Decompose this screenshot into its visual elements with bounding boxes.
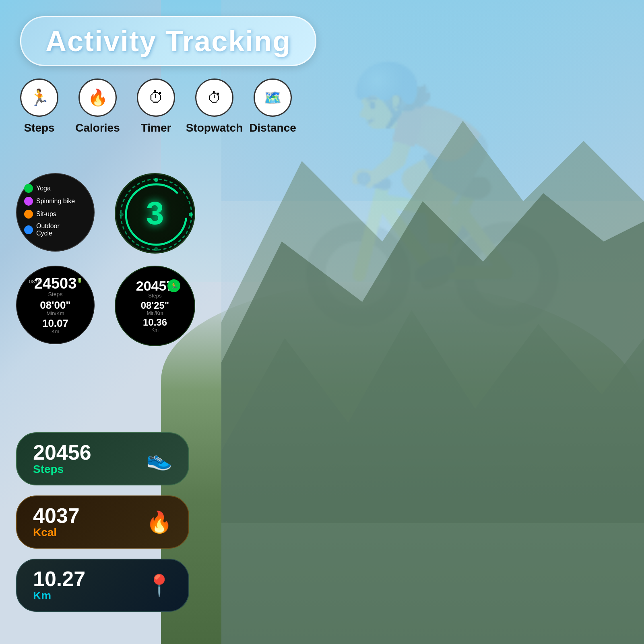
activity-cycle: OutdoorCycle [24,223,87,237]
stats-section: 20456 Steps 👟 4037 Kcal 🔥 10.27 Km 📍 [16,432,189,612]
yoga-dot [24,184,33,193]
cycle-dot [24,225,33,234]
watch2-pace: 08'25" [136,301,174,310]
steps-watch-1: 08:02 🔋 24503 Steps 08'00" Min/Km 10.07 … [16,266,95,344]
distance-stat-text: 10.27 Km [33,568,85,602]
watch-row-2: 08:02 🔋 24503 Steps 08'00" Min/Km 10.07 … [16,266,195,346]
steps-label: Steps [24,122,54,134]
steps-stat-icon: 👟 [146,447,172,471]
watch1-pace: 08'00" [34,300,77,310]
spinning-label: Spinning bike [36,198,75,205]
timer-number: 3 [146,195,164,232]
watch1-pace-label: Min/Km [34,310,77,316]
svg-point-7 [154,247,158,251]
watch1-km: 10.07 [34,318,77,328]
calories-stat-icon: 🔥 [146,510,172,535]
steps-stat-text: 20456 Steps [33,442,91,476]
distance-stat-value: 10.27 [33,568,85,589]
watch-row-1: Yoga Spinning bike Sit-ups OutdoorCycle [16,173,195,254]
svg-point-6 [189,213,193,217]
distance-stat-pill: 10.27 Km 📍 [16,559,189,612]
watch2-km-label: Km [136,327,174,333]
distance-stat-icon: 📍 [146,573,172,598]
watch1-km-label: Km [34,328,77,334]
watch2-steps-label: Steps [136,293,174,299]
steps-watch-2: 🏃 20457 Steps 08'25" Min/Km 10.36 Km [115,266,195,346]
runner-icon: 🏃 [167,279,180,292]
stopwatch-label: Stopwatch [186,122,243,134]
svg-point-5 [154,178,158,182]
svg-point-8 [120,213,124,217]
steps-stat-value: 20456 [33,442,91,463]
calories-icon: 🔥 [78,78,117,117]
timer-label: Timer [141,122,171,134]
feature-distance: 🗺️ Distance [250,78,296,134]
activity-yoga: Yoga [24,184,87,193]
distance-icon: 🗺️ [254,78,292,117]
feature-stopwatch: ⏱ Stopwatch [191,78,237,134]
watch2-km: 10.36 [136,318,174,327]
calories-stat-unit: Kcal [33,526,80,539]
feature-steps: 🏃 Steps [16,78,62,134]
cycle-label: OutdoorCycle [36,223,60,237]
watch2-pace-label: Min/Km [136,310,174,316]
activity-situps: Sit-ups [24,210,87,219]
activity-list-watch: Yoga Spinning bike Sit-ups OutdoorCycle [16,173,95,252]
timer-watch: 3 [115,173,195,254]
distance-stat-unit: Km [33,589,85,602]
features-row: 🏃 Steps 🔥 Calories ⏱ Timer ⏱ Stopwatch 🗺… [16,78,296,134]
calories-stat-text: 4037 Kcal [33,505,80,539]
activity-list: Yoga Spinning bike Sit-ups OutdoorCycle [24,184,87,241]
activity-spinning: Spinning bike [24,197,87,206]
page-title: Activity Tracking [45,25,291,57]
calories-stat-value: 4037 [33,505,80,526]
situps-label: Sit-ups [36,211,56,218]
steps-stat-pill: 20456 Steps 👟 [16,432,189,485]
stopwatch-icon: ⏱ [195,78,233,117]
steps-icon: 🏃 [20,78,58,117]
feature-calories: 🔥 Calories [74,78,121,134]
watch1-steps-label: Steps [34,291,77,297]
calories-label: Calories [75,122,120,134]
main-content: Activity Tracking 🏃 Steps 🔥 Calories ⏱ T… [0,0,644,644]
timer-icon: ⏱ [137,78,175,117]
distance-label: Distance [249,122,296,134]
spinning-dot [24,197,33,206]
steps-stat-unit: Steps [33,463,91,476]
header-badge: Activity Tracking [20,16,316,66]
feature-timer: ⏱ Timer [133,78,179,134]
watch1-battery: 🔋 [77,278,83,283]
yoga-label: Yoga [36,185,51,192]
situps-dot [24,210,33,219]
watch1-time: 08:02 [29,279,42,285]
calories-stat-pill: 4037 Kcal 🔥 [16,495,189,549]
